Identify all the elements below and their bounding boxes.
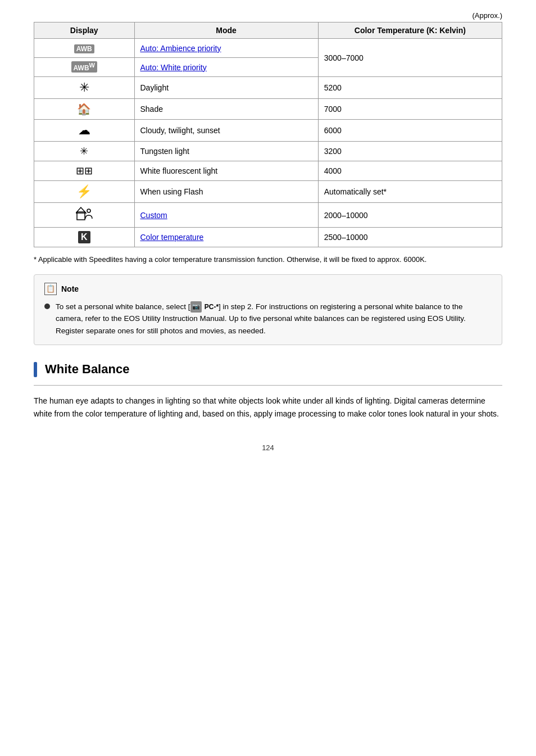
footnote-text: * Applicable with Speedlites having a co… <box>34 254 502 265</box>
mode-cell-daylight: Daylight <box>134 77 318 99</box>
page-number: 124 <box>34 443 502 452</box>
table-row: ✳ Daylight 5200 <box>34 77 502 99</box>
temp-cell-shade: 7000 <box>318 99 502 120</box>
cloud-icon: ☁ <box>78 123 90 137</box>
awb-badge: AWB <box>74 44 94 53</box>
mode-link-custom[interactable]: Custom <box>140 211 167 220</box>
temp-cell-tungsten: 3200 <box>318 142 502 161</box>
section-body: The human eye adapts to changes in light… <box>34 395 502 422</box>
display-cell-awb: AWB <box>34 39 135 58</box>
white-balance-table: Display Mode Color Temperature (K: Kelvi… <box>34 22 502 247</box>
table-row: ☁ Cloudy, twilight, sunset 6000 <box>34 120 502 142</box>
display-cell-ktemp: K <box>34 228 135 247</box>
mode-cell-cloud: Cloudy, twilight, sunset <box>134 120 318 142</box>
bullet-icon <box>44 304 50 309</box>
mode-link-ktemp[interactable]: Color temperature <box>140 233 204 242</box>
temp-cell-flash: Automatically set* <box>318 181 502 203</box>
awbw-badge: AWBW <box>71 61 97 73</box>
note-label: Note <box>61 284 79 293</box>
section-blue-bar <box>34 362 37 377</box>
tungsten-icon: ✳︎ <box>80 146 88 157</box>
temp-cell-custom: 2000–10000 <box>318 203 502 228</box>
section-heading: White Balance <box>34 362 502 377</box>
fluor-icon: ⊞⊞ <box>76 165 93 176</box>
note-header: 📋 Note <box>44 283 492 295</box>
mode-cell-awb: Auto: Ambience priority <box>134 39 318 58</box>
temp-cell-cloud: 6000 <box>318 120 502 142</box>
sun-icon: ✳ <box>79 80 89 94</box>
mode-cell-flash: When using Flash <box>134 181 318 203</box>
display-cell-cloud: ☁ <box>34 120 135 142</box>
table-row: AWB Auto: Ambience priority 3000–7000 <box>34 39 502 58</box>
k-box-icon: K <box>78 231 90 243</box>
temp-cell-fluor: 4000 <box>318 161 502 181</box>
mode-link-awb[interactable]: Auto: Ambience priority <box>140 44 221 53</box>
note-text: To set a personal white balance, select … <box>56 301 492 337</box>
note-body: To set a personal white balance, select … <box>44 301 492 337</box>
display-cell-shade: 🏠 <box>34 99 135 120</box>
pc-badge: 📷 <box>190 301 202 313</box>
display-cell-tungsten: ✳︎ <box>34 142 135 161</box>
table-row: ⚡ When using Flash Automatically set* <box>34 181 502 203</box>
table-row: ⊞⊞ White fluorescent light 4000 <box>34 161 502 181</box>
table-row: Custom 2000–10000 <box>34 203 502 228</box>
mode-cell-custom: Custom <box>134 203 318 228</box>
table-row: 🏠 Shade 7000 <box>34 99 502 120</box>
note-box: 📋 Note To set a personal white balance, … <box>34 274 502 346</box>
mode-cell-awbw: Auto: White priority <box>134 58 318 77</box>
section-title: White Balance <box>45 362 129 377</box>
note-icon: 📋 <box>44 283 57 295</box>
temp-cell-daylight: 5200 <box>318 77 502 99</box>
display-cell-fluor: ⊞⊞ <box>34 161 135 181</box>
temp-cell-awb: 3000–7000 <box>318 39 502 77</box>
col-header-mode: Mode <box>134 22 318 39</box>
shade-icon: 🏠 <box>77 103 91 115</box>
approx-label: (Approx.) <box>34 11 502 20</box>
mode-link-awbw[interactable]: Auto: White priority <box>140 63 207 72</box>
flash-icon: ⚡ <box>76 184 92 198</box>
temp-cell-ktemp: 2500–10000 <box>318 228 502 247</box>
display-cell-daylight: ✳ <box>34 77 135 99</box>
display-cell-custom <box>34 203 135 228</box>
mode-cell-tungsten: Tungsten light <box>134 142 318 161</box>
col-header-temp: Color Temperature (K: Kelvin) <box>318 22 502 39</box>
col-header-display: Display <box>34 22 135 39</box>
display-cell-awbw: AWBW <box>34 58 135 77</box>
mode-cell-ktemp: Color temperature <box>134 228 318 247</box>
svg-point-2 <box>87 209 90 212</box>
section-divider <box>34 385 502 386</box>
table-row: K Color temperature 2500–10000 <box>34 228 502 247</box>
mode-cell-fluor: White fluorescent light <box>134 161 318 181</box>
table-row: ✳︎ Tungsten light 3200 <box>34 142 502 161</box>
display-cell-flash: ⚡ <box>34 181 135 203</box>
custom-icon <box>76 206 93 224</box>
mode-cell-shade: Shade <box>134 99 318 120</box>
